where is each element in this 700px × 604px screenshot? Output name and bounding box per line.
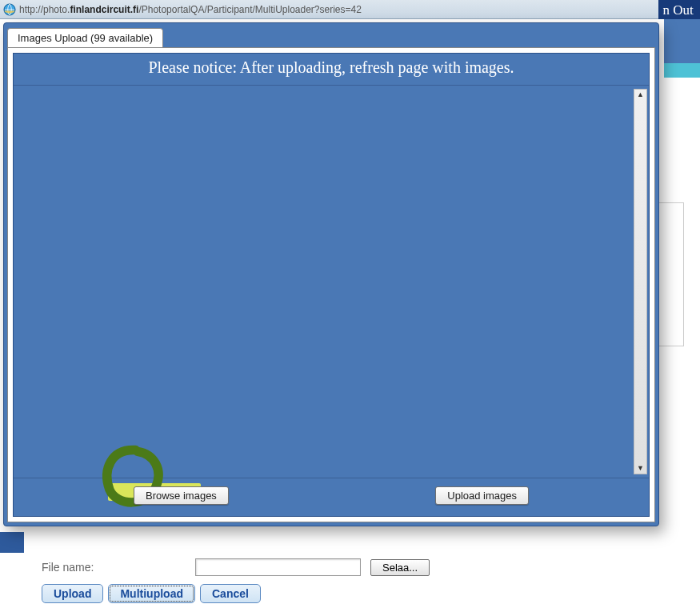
url-suffix: /PhotoportalQA/Participant/MultiUploader… — [138, 4, 361, 15]
browser-address-bar: http://photo.finlandcircuit.fi/Photoport… — [0, 0, 700, 19]
modal-tabs: Images Upload (99 available) — [7, 26, 655, 47]
header-out-text: n Out — [663, 2, 694, 18]
single-upload-form: File name: Selaa... Upload Multiupload C… — [42, 558, 522, 603]
browse-images-button[interactable]: Browse images — [134, 486, 229, 505]
multiupload-label: Multiupload — [120, 587, 183, 600]
modal-button-row: Browse images Upload images — [14, 478, 649, 516]
browse-local-button[interactable]: Selaa... — [370, 559, 430, 576]
url-domain: finlandcircuit.fi — [70, 4, 138, 15]
file-name-input[interactable] — [195, 558, 361, 576]
upload-label: Upload — [54, 587, 91, 600]
ie-icon — [3, 3, 16, 16]
upload-notice: Please notice: After uploading, refresh … — [14, 54, 649, 86]
upload-images-label: Upload images — [447, 490, 517, 502]
upload-drop-area[interactable]: ▲ ▼ — [14, 86, 649, 478]
upload-images-button[interactable]: Upload images — [435, 486, 529, 505]
upload-button[interactable]: Upload — [42, 584, 103, 603]
scroll-down-icon[interactable]: ▼ — [637, 465, 644, 472]
browse-local-label: Selaa... — [382, 562, 418, 574]
browse-images-label: Browse images — [146, 490, 217, 502]
multi-uploader-modal: Images Upload (99 available) Please noti… — [3, 22, 659, 526]
file-name-label: File name: — [42, 561, 186, 574]
cancel-button[interactable]: Cancel — [200, 584, 261, 603]
multiupload-button[interactable]: Multiupload — [108, 584, 195, 603]
tab-label: Images Upload (99 available) — [18, 32, 153, 44]
tab-images-upload[interactable]: Images Upload (99 available) — [7, 28, 163, 47]
vertical-scrollbar[interactable]: ▲ ▼ — [634, 89, 647, 474]
url-text[interactable]: http://photo.finlandcircuit.fi/Photoport… — [19, 4, 362, 15]
header-logout-fragment[interactable]: n Out — [658, 0, 701, 19]
url-prefix: http://photo. — [19, 4, 70, 15]
bg-decoration — [664, 63, 700, 78]
cancel-label: Cancel — [212, 587, 249, 600]
scroll-up-icon[interactable]: ▲ — [637, 91, 644, 98]
modal-panel: Please notice: After uploading, refresh … — [7, 47, 655, 522]
bg-decoration — [664, 19, 700, 63]
bg-decoration — [0, 532, 24, 553]
